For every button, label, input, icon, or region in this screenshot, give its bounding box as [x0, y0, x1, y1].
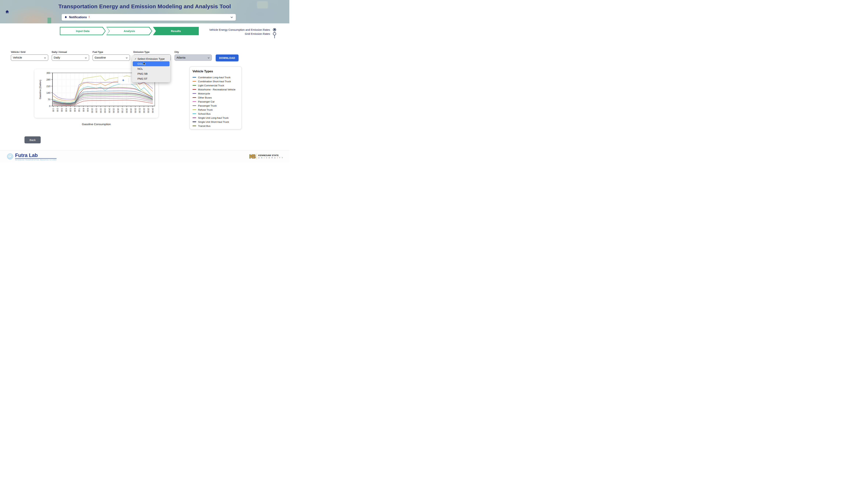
chevron-down-icon	[126, 57, 128, 59]
step-input-data[interactable]: Input Data	[60, 27, 106, 35]
legend-item: Transit Bus	[192, 124, 239, 128]
download-button[interactable]: DOWNLOAD	[216, 55, 239, 61]
menu-option-label: PM2.5T	[137, 77, 148, 81]
legend-list: Combination Long-haul TruckCombination S…	[192, 75, 239, 128]
radio-grid-emission[interactable]: Grid Emission Rates	[190, 32, 276, 36]
legend-label: Other Buses	[198, 96, 212, 99]
legend-swatch	[192, 81, 196, 82]
menu-option-co-[interactable]: CO₂	[133, 61, 169, 66]
menu-option-label: NOₓ	[137, 67, 143, 70]
select-value: Gasoline	[95, 56, 106, 59]
futra-lab-logo[interactable]: Futra Lab RETHINKING TRANSPORTATION, RES…	[7, 153, 57, 160]
svg-text:23:00: 23:00	[147, 108, 150, 113]
legend-swatch	[192, 109, 196, 110]
legend-item: Combination Short-haul Truck	[192, 79, 239, 83]
legend-title: Vehicle Types	[192, 69, 239, 73]
menu-option-pm2-5b[interactable]: PM2.5B	[133, 71, 169, 76]
footer: Futra Lab RETHINKING TRANSPORTATION, RES…	[0, 150, 289, 162]
menu-option-no-[interactable]: NOₓ	[133, 66, 169, 71]
legend-label: Motorcycle	[198, 92, 210, 95]
svg-text:2:00: 2:00	[57, 108, 59, 112]
svg-text:11:00: 11:00	[95, 108, 97, 113]
vehicle-grid-select[interactable]: Vehicle	[11, 55, 48, 61]
svg-text:21:00: 21:00	[138, 108, 141, 113]
svg-text:20:00: 20:00	[134, 108, 136, 113]
legend-item: Single Unit Short-haul Truck	[192, 120, 239, 124]
svg-text:16:00: 16:00	[117, 108, 119, 113]
progress-stepper: Input DataAnalysisResults	[60, 27, 199, 35]
home-icon	[5, 9, 9, 14]
menu-option-label: CO₂	[137, 62, 143, 65]
emission-type-dropdown-menu: ✓Select Emission TypeCO₂NOₓPM2.5BPM2.5T	[132, 55, 170, 82]
select-value: Daily	[54, 56, 60, 59]
svg-text:9:00: 9:00	[87, 108, 89, 112]
radio-button-vehicle-energy[interactable]	[273, 28, 276, 31]
ksu-logo-divider	[256, 154, 257, 159]
radio-label: Vehicle Energy Consumption and Emission …	[209, 28, 270, 31]
app-root: Transportation Energy and Emission Model…	[0, 0, 289, 162]
legend-swatch	[192, 93, 196, 94]
radio-button-grid-emission[interactable]	[273, 32, 276, 35]
svg-text:140: 140	[46, 91, 51, 94]
kennesaw-state-logo: KS KENNESAW STATE U N I V E R S I T Y	[249, 153, 283, 159]
zoom-in-button[interactable]: +	[118, 77, 128, 84]
chart-caption: Gasoline Consumption	[34, 123, 158, 126]
legend-item: Passenger Truck	[192, 103, 239, 108]
svg-text:8:00: 8:00	[83, 108, 85, 112]
home-button[interactable]	[5, 9, 9, 14]
svg-text:280: 280	[46, 78, 51, 81]
svg-text:1:00: 1:00	[52, 108, 55, 112]
legend-label: Light Commercial Truck	[198, 84, 224, 87]
legend-item: Light Commercial Truck	[192, 83, 239, 87]
notifications-badge: !	[89, 15, 90, 19]
svg-text:14:00: 14:00	[108, 108, 111, 113]
chevron-down-icon	[85, 57, 87, 59]
radio-vehicle-energy[interactable]: Vehicle Energy Consumption and Emission …	[190, 28, 276, 32]
legend-swatch	[192, 121, 196, 122]
svg-text:5:00: 5:00	[69, 108, 71, 112]
legend-label: Combination Long-haul Truck	[198, 76, 230, 79]
svg-text:0: 0	[49, 105, 51, 108]
legend-label: Motorhome - Recreational Vehicle	[198, 88, 236, 91]
vehicle-types-legend-card: Vehicle Types Combination Long-haul Truc…	[190, 66, 242, 129]
field-daily-annual: Daily / Annual Daily	[52, 51, 89, 61]
field-label: Emission Type	[133, 51, 171, 53]
legend-item: School Bus	[192, 112, 239, 116]
check-icon: ✓	[134, 57, 137, 60]
svg-text:12:00: 12:00	[100, 108, 102, 113]
fuel-type-select[interactable]: Gasoline	[93, 55, 130, 61]
ksu-monogram: KS	[249, 153, 256, 159]
legend-item: Passenger Car	[192, 99, 239, 103]
svg-text:19:00: 19:00	[130, 108, 132, 113]
legend-item: Combination Long-haul Truck	[192, 75, 239, 79]
brand-tagline: RETHINKING TRANSPORTATION, RESHAPING FUT…	[15, 159, 57, 160]
legend-swatch	[192, 125, 196, 126]
chevron-down-icon	[230, 16, 233, 19]
legend-item: Motorcycle	[192, 91, 239, 95]
ksu-name: KENNESAW STATE	[258, 154, 283, 156]
select-value: Vehicle	[13, 56, 22, 59]
menu-option-select-emission-type[interactable]: ✓Select Emission Type	[133, 56, 169, 61]
legend-swatch	[192, 101, 196, 102]
back-button[interactable]: Back	[25, 136, 41, 143]
page-title: Transportation Energy and Emission Model…	[0, 3, 289, 9]
svg-text:350: 350	[46, 71, 51, 74]
legend-label: Transit Bus	[198, 125, 211, 127]
legend-item: Other Buses	[192, 95, 239, 99]
notifications-bar[interactable]: Notifications !	[62, 14, 236, 21]
field-fuel-type: Fuel Type Gasoline	[93, 51, 130, 61]
field-city: City Atlanta	[175, 51, 212, 61]
menu-option-pm2-5t[interactable]: PM2.5T	[133, 76, 169, 81]
svg-text:Gasoline (Gallon): Gasoline (Gallon)	[39, 80, 41, 99]
svg-text:7:00: 7:00	[78, 108, 80, 112]
legend-swatch	[192, 77, 196, 78]
city-select[interactable]: Atlanta	[175, 55, 212, 61]
header: Transportation Energy and Emission Model…	[0, 0, 289, 23]
step-analysis[interactable]: Analysis	[106, 27, 152, 35]
legend-swatch	[192, 85, 196, 86]
field-vehicle-grid: Vehicle / Grid Vehicle	[11, 51, 48, 61]
daily-annual-select[interactable]: Daily	[52, 55, 89, 61]
legend-swatch	[192, 105, 196, 106]
bell-icon	[64, 16, 67, 19]
svg-text:70: 70	[48, 98, 51, 101]
